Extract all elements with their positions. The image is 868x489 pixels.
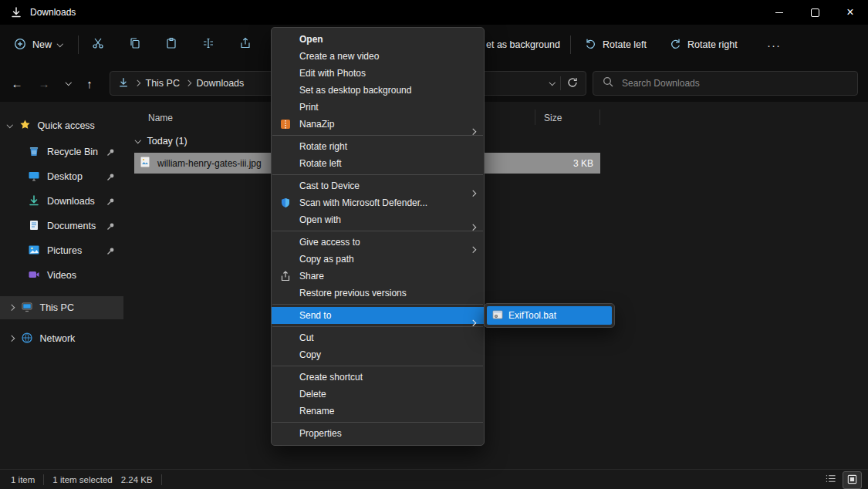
group-header-label: Today (1) [147,136,187,147]
menu-item-properties[interactable]: Properties [272,425,484,442]
details-view-button[interactable] [822,471,839,487]
documents-icon [28,219,40,234]
close-icon: × [846,6,853,19]
pin-icon [106,247,115,255]
sidebar-item-downloads[interactable]: Downloads [0,190,123,213]
plus-circle-icon [14,38,26,52]
menu-separator [272,326,483,327]
sidebar-item-videos[interactable]: Videos [0,264,123,287]
search-icon [603,76,613,90]
menu-item-cast-to-device[interactable]: Cast to Device [272,177,484,194]
menu-item-send-to[interactable]: Send to [272,307,484,324]
sidebar-item-documents[interactable]: Documents [0,214,123,238]
submenu-item-exiftool-bat[interactable]: ExifTool.bat [487,306,612,325]
menu-item-nanazip[interactable]: NanaZip [272,116,484,133]
menu-item-create-a-new-video[interactable]: Create a new video [272,48,484,65]
rename-button[interactable] [195,32,221,57]
title-bar: Downloads × [0,0,868,25]
toolbar-divider [78,35,79,54]
address-dropdown-icon[interactable] [549,79,555,86]
menu-item-rename[interactable]: Rename [272,403,484,420]
menu-separator [272,366,483,366]
column-header-size[interactable]: Size [544,113,562,123]
menu-item-open[interactable]: Open [272,31,484,48]
chevron-right-icon[interactable] [8,305,15,311]
this-pc-icon [21,301,33,315]
menu-item-set-as-desktop-background[interactable]: Set as desktop background [272,82,484,99]
column-divider[interactable] [599,110,600,125]
rotate-left-button[interactable]: Rotate left [577,32,654,58]
new-button[interactable]: New [6,32,70,58]
window-title: Downloads [30,7,76,18]
menu-item-share[interactable]: Share [272,268,484,285]
column-header-name[interactable]: Name [148,113,173,123]
group-header-today[interactable]: Today (1) [136,136,187,147]
menu-item-rotate-left[interactable]: Rotate left [272,155,484,172]
menu-separator [272,231,483,231]
menu-item-print[interactable]: Print [272,99,484,116]
copy-icon [129,37,141,52]
search-box[interactable] [593,71,858,96]
share-button[interactable] [232,32,258,57]
status-bar: 1 item 1 item selected 2.24 KB [0,469,868,489]
defender-shield-icon [280,197,291,208]
menu-item-copy-as-path[interactable]: Copy as path [272,251,484,268]
minimize-button[interactable] [762,0,797,25]
menu-item-delete[interactable]: Delete [272,386,484,403]
sidebar-item-quick-access[interactable]: Quick access [0,114,123,137]
view-switcher [822,471,862,489]
menu-item-cut[interactable]: Cut [272,329,484,346]
menu-item-label: Set as desktop background [299,85,411,96]
breadcrumb-downloads[interactable]: Downloads [196,78,244,89]
pin-icon [106,222,115,231]
set-as-background-label: et as background [486,39,560,50]
sidebar-item-label: Videos [47,270,123,281]
breadcrumb-separator-icon [185,80,191,86]
chevron-right-icon[interactable] [8,336,15,342]
sidebar-item-pictures[interactable]: Pictures [0,239,123,262]
menu-item-edit-with-photos[interactable]: Edit with Photos [272,65,484,82]
sidebar-item-recycle-bin[interactable]: Recycle Bin [0,140,123,164]
rotate-right-button[interactable]: Rotate right [662,32,745,58]
menu-item-rotate-right[interactable]: Rotate right [272,138,484,155]
sidebar-item-this-pc[interactable]: This PC [0,296,123,319]
chevron-down-icon[interactable] [7,122,13,128]
menu-item-create-shortcut[interactable]: Create shortcut [272,369,484,386]
copy-button[interactable] [122,32,148,57]
menu-item-label: Create shortcut [299,372,363,383]
close-button[interactable]: × [833,0,868,25]
pin-icon [106,173,115,181]
batch-file-icon [492,309,503,322]
menu-item-give-access-to[interactable]: Give access to [272,234,484,251]
forward-button[interactable]: → [34,73,54,93]
menu-item-restore-previous-versions[interactable]: Restore previous versions [272,285,484,302]
sidebar-item-label: Downloads [47,196,100,207]
more-options-button[interactable]: ··· [759,32,789,58]
back-button[interactable]: ← [7,73,27,93]
pin-icon [106,148,115,157]
file-size: 3 KB [573,158,593,169]
set-as-background-button[interactable]: et as background [486,25,560,65]
sidebar-item-label: Network [40,333,124,344]
breadcrumb-this-pc[interactable]: This PC [146,78,180,89]
paste-button[interactable] [158,32,184,57]
cut-button[interactable] [85,32,111,57]
submenu-item-label: ExifTool.bat [508,310,556,321]
maximize-button[interactable] [797,0,833,25]
sidebar-item-desktop[interactable]: Desktop [0,165,123,188]
rotate-left-label: Rotate left [603,39,647,50]
sidebar-item-label: Recycle Bin [47,147,100,157]
menu-item-scan-with-microsoft-defender[interactable]: Scan with Microsoft Defender... [272,194,484,211]
menu-item-copy[interactable]: Copy [272,346,484,363]
recent-locations-button[interactable] [59,73,79,93]
sidebar-item-network[interactable]: Network [0,327,123,350]
rotate-right-label: Rotate right [687,39,738,50]
menu-item-open-with[interactable]: Open with [272,211,484,228]
up-button[interactable]: ↑ [79,73,100,93]
thumbnail-view-button[interactable] [843,471,862,489]
refresh-button[interactable] [567,77,578,90]
search-input[interactable] [620,77,848,89]
status-divider [43,474,44,485]
column-divider[interactable] [535,110,535,125]
downloads-folder-icon [118,77,129,90]
